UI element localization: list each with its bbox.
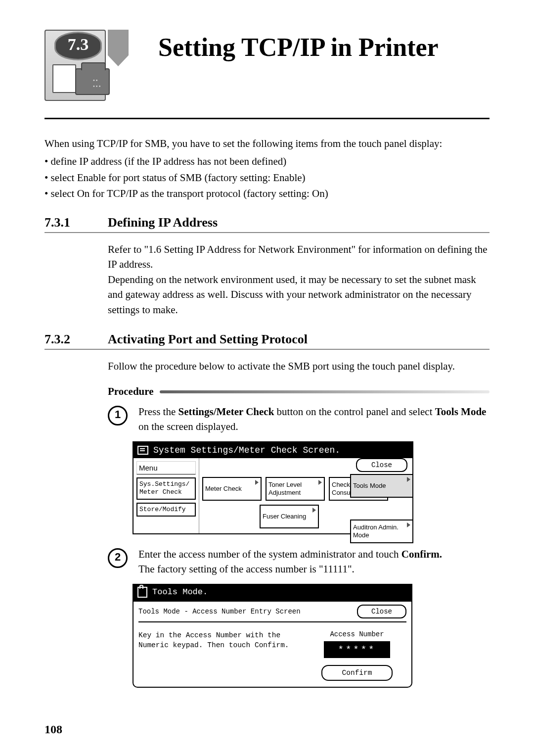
chapter-badge: 7.3 ••••• (44, 30, 143, 99)
step-2: 2 Enter the access number of the system … (108, 547, 490, 577)
step-2-text: Enter the access number of the system ad… (138, 547, 442, 577)
text: Press the (138, 406, 178, 418)
tools-mode-button[interactable]: Tools Mode (350, 474, 413, 498)
access-number-field[interactable]: ***** (324, 641, 390, 658)
page-number: 108 (44, 723, 62, 736)
meter-check-button[interactable]: Meter Check (202, 477, 262, 501)
section-731-body: Refer to "1.6 Setting IP Address for Net… (108, 242, 490, 317)
divider (44, 118, 490, 119)
screen-title-bar: System Settings/Meter Check Screen. (134, 442, 412, 458)
chapter-header: 7.3 ••••• Setting TCP/IP in Printer (44, 30, 490, 99)
confirm-button[interactable]: Confirm (321, 665, 393, 681)
button-label: Auditron Admin. Mode (353, 523, 410, 539)
section-title: Defining IP Address (108, 215, 218, 230)
close-button[interactable]: Close (356, 458, 407, 472)
button-label: Meter Check (205, 485, 242, 493)
bold-text: Settings/Meter Check (178, 406, 274, 418)
button-label: Tools Mode (353, 482, 386, 490)
intro-text: When using TCP/IP for SMB, you have to s… (44, 136, 490, 151)
procedure-header: Procedure (108, 385, 490, 398)
auditron-admin-button[interactable]: Auditron Admin. Mode (350, 520, 413, 543)
text: Enter the access number of the system ad… (138, 548, 401, 560)
section-number: 7.3.2 (44, 332, 89, 347)
menu-column: Menu Sys.Settings/ Meter Check Store/Mod… (134, 458, 199, 533)
step-1: 1 Press the Settings/Meter Check button … (108, 405, 490, 434)
intro-block: When using TCP/IP for SMB, you have to s… (44, 136, 490, 201)
divider (44, 232, 490, 233)
bullet-list: • define IP address (if the IP address h… (44, 154, 490, 201)
button-label: Fuser Cleaning (263, 513, 306, 520)
step-1-text: Press the Settings/Meter Check button on… (138, 405, 490, 434)
sys-settings-button[interactable]: Sys.Settings/ Meter Check (136, 477, 196, 500)
chapter-number: 7.3 (54, 32, 102, 60)
bookmark-icon (108, 30, 129, 66)
system-settings-screen: System Settings/Meter Check Screen. Menu… (133, 441, 413, 534)
access-number-group: Access Number ***** Confirm (308, 630, 406, 681)
section-731-heading: 7.3.1 Defining IP Address (44, 215, 490, 230)
screen-icon (137, 446, 148, 455)
arrow-icon (255, 480, 259, 485)
procedure-rule (160, 390, 490, 393)
arrow-icon (407, 522, 410, 527)
store-modify-button[interactable]: Store/Modify (136, 503, 196, 517)
bold-text: Confirm. (401, 548, 442, 560)
bullet-item: • define IP address (if the IP address h… (44, 154, 490, 169)
close-button[interactable]: Close (357, 605, 406, 618)
dots-icon: ••••• (93, 77, 103, 87)
printer-icon (75, 68, 110, 95)
tab-row: Tools Mode - Access Number Entry Screen … (138, 602, 406, 622)
section-731-text: Refer to "1.6 Setting IP Address for Net… (108, 242, 490, 317)
section-732-heading: 7.3.2 Activating Port and Setting Protoc… (44, 332, 490, 347)
tab-label: Tools Mode - Access Number Entry Screen (138, 608, 353, 615)
screen-title: System Settings/Meter Check Screen. (153, 445, 340, 455)
section-number: 7.3.1 (44, 215, 89, 230)
arrow-icon (312, 508, 316, 513)
step-number-icon: 1 (108, 406, 128, 425)
fuser-cleaning-button[interactable]: Fuser Cleaning (260, 505, 319, 528)
menu-label: Menu (136, 461, 196, 474)
divider (44, 349, 490, 350)
arrow-icon (407, 477, 410, 482)
toner-level-button[interactable]: Toner Level Adjustment (266, 477, 325, 501)
main-column: Close Meter Check Toner Level Adjustment… (199, 458, 412, 533)
button-label: Toner Level Adjustment (268, 481, 322, 496)
section-732-lead-text: Follow the procedure below to activate t… (108, 359, 490, 374)
bold-text: Tools Mode (435, 406, 487, 418)
text: on the screen displayed. (138, 421, 238, 432)
lock-icon (137, 587, 147, 598)
section-732-lead: Follow the procedure below to activate t… (108, 359, 490, 374)
screen-title-bar: Tools Mode. (133, 584, 412, 601)
access-number-label: Access Number (308, 630, 406, 638)
document-icon (52, 64, 76, 93)
text: The factory setting of the access number… (138, 563, 355, 575)
text: button on the control panel and select (274, 406, 435, 418)
arrow-icon (318, 480, 322, 485)
bullet-item: • select Enable for port status of SMB (… (44, 170, 490, 185)
tools-mode-screen: Tools Mode. Tools Mode - Access Number E… (133, 584, 412, 688)
step-number-icon: 2 (108, 548, 128, 568)
bullet-item: • select On for TCP/IP as the transport … (44, 186, 490, 201)
screen-title: Tools Mode. (152, 587, 208, 597)
chapter-title: Setting TCP/IP in Printer (158, 33, 439, 62)
section-title: Activating Port and Setting Protocol (108, 332, 308, 347)
procedure-label: Procedure (108, 385, 154, 398)
instruction-text: Key in the Access Number with the Numeri… (138, 630, 296, 681)
